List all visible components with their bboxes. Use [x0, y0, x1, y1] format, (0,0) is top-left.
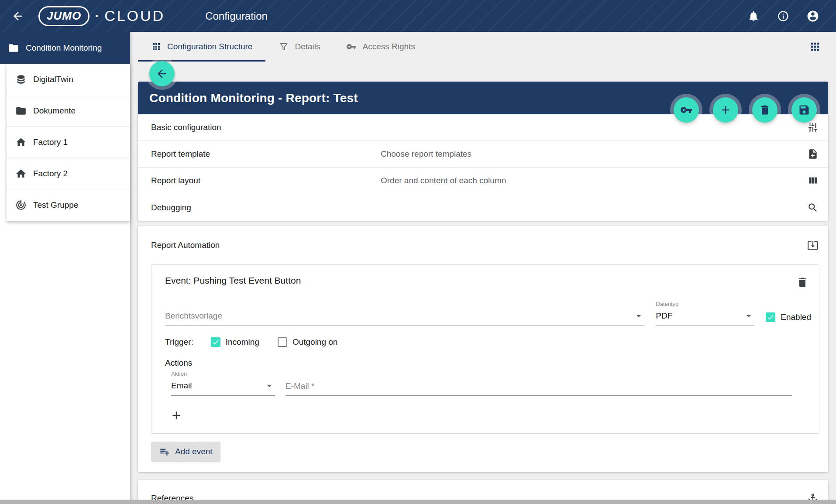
tab-label: Configuration Structure — [167, 42, 252, 51]
event-card: Event: Pushing Test Event Button Bericht… — [151, 264, 819, 434]
config-row-report-template[interactable]: Report template Choose report templates — [138, 141, 828, 168]
actions-heading: Actions — [158, 358, 811, 368]
row-label: Debugging — [151, 203, 381, 213]
sidebar-item-label: Condition Monitoring — [26, 43, 102, 53]
select-value: Email — [171, 381, 192, 391]
checkbox-label: Outgoing on — [292, 337, 338, 347]
delete-event-button[interactable] — [794, 274, 811, 291]
enabled-checkbox[interactable] — [766, 312, 775, 322]
row-label: Report template — [151, 149, 381, 159]
sliders-icon — [807, 122, 819, 133]
brand-separator: · — [95, 9, 99, 24]
action-row: Aktion Email — [158, 370, 811, 396]
info-icon — [777, 10, 789, 22]
target-icon — [15, 199, 27, 211]
add-event-button[interactable]: Add event — [151, 442, 220, 462]
note-add-icon — [807, 148, 819, 160]
sidebar-item-dokumente[interactable]: Dokumente — [7, 95, 130, 127]
arrow-back-icon — [11, 10, 24, 23]
sidebar-item-label: Dokumente — [33, 106, 76, 116]
sidebar-item-factory-1[interactable]: Factory 1 — [7, 127, 130, 158]
grid-icon — [151, 41, 162, 52]
database-icon — [15, 74, 27, 85]
tab-configuration-structure[interactable]: Configuration Structure — [138, 32, 265, 62]
arrow-left-icon — [155, 67, 169, 80]
outgoing-checkbox[interactable] — [278, 337, 287, 347]
sidebar-children: DigitalTwin Dokumente Factory 1 Factory … — [7, 64, 130, 221]
dropdown-arrow-icon — [264, 380, 275, 391]
email-field[interactable] — [286, 379, 792, 396]
datentyp-field: Datentyp PDF — [656, 301, 754, 326]
playlist-add-icon — [159, 446, 170, 457]
sidebar-item-digitaltwin[interactable]: DigitalTwin — [7, 64, 130, 95]
sidebar-item-label: DigitalTwin — [33, 75, 73, 84]
tab-label: Access Rights — [362, 42, 415, 51]
tab-label: Details — [295, 42, 320, 51]
key-icon — [346, 41, 357, 52]
aktion-select[interactable]: Email — [171, 377, 275, 396]
check-icon — [212, 338, 220, 346]
notifications-button[interactable] — [743, 6, 764, 26]
add-event-label: Add event — [175, 447, 213, 456]
tab-access-rights[interactable]: Access Rights — [333, 32, 428, 62]
event-config-row: Berichtsvorlage Datentyp PDF — [158, 301, 811, 326]
main-content: Configuration Structure Details Access R… — [130, 32, 836, 504]
account-button[interactable] — [803, 6, 823, 26]
report-automation-header: Report Automation — [138, 226, 828, 264]
account-icon — [806, 10, 819, 23]
datentyp-select[interactable]: PDF — [656, 308, 754, 326]
sidebar-item-factory-2[interactable]: Factory 2 — [7, 158, 130, 189]
delete-fab-button[interactable] — [752, 97, 778, 123]
row-label: Basic configuration — [151, 123, 381, 132]
header-action-buttons — [674, 97, 817, 123]
config-row-debugging[interactable]: Debugging — [138, 194, 828, 221]
sidebar-item-condition-monitoring[interactable]: Condition Monitoring — [0, 32, 130, 64]
add-action-button[interactable] — [168, 407, 185, 424]
back-fab-button[interactable] — [149, 61, 175, 86]
section-title: Report Automation — [151, 240, 220, 250]
horizontal-scrollbar[interactable] — [0, 500, 836, 504]
outgoing-checkbox-group[interactable]: Outgoing on — [278, 337, 338, 347]
config-row-report-layout[interactable]: Report layout Order and content of each … — [138, 168, 828, 194]
topbar-actions — [743, 6, 823, 26]
row-value: Order and content of each column — [381, 176, 807, 185]
jumo-logo: JUMO — [38, 6, 89, 26]
dropdown-arrow-icon — [633, 310, 644, 322]
tab-bar: Configuration Structure Details Access R… — [130, 32, 836, 62]
trash-icon — [759, 104, 771, 116]
back-button[interactable] — [8, 6, 28, 26]
event-title: Event: Pushing Test Event Button — [165, 274, 301, 286]
main-layout: Condition Monitoring DigitalTwin Dokumen… — [0, 32, 836, 504]
folder-icon — [8, 42, 19, 54]
checkbox-label: Incoming — [226, 337, 259, 347]
sidebar-item-label: Test Gruppe — [33, 200, 79, 210]
cloud-logo: CLOUD — [104, 7, 165, 24]
sidebar-item-label: Factory 1 — [33, 137, 68, 147]
app-title: Configuration — [205, 10, 268, 22]
key-icon — [680, 104, 692, 116]
incoming-checkbox[interactable] — [211, 337, 220, 347]
row-label: Report layout — [151, 176, 381, 185]
sidebar-item-test-gruppe[interactable]: Test Gruppe — [7, 189, 130, 221]
incoming-checkbox-group[interactable]: Incoming — [211, 337, 259, 347]
sidebar-item-label: Factory 2 — [33, 169, 68, 178]
tab-details[interactable]: Details — [265, 32, 333, 62]
grid-icon — [809, 41, 821, 53]
page-header-band: Condition Monitoring - Report: Test — [138, 82, 828, 114]
berichtsvorlage-select[interactable]: Berichtsvorlage — [165, 308, 644, 326]
inbox-download-icon[interactable] — [807, 240, 819, 251]
plus-icon — [170, 409, 183, 422]
enabled-checkbox-group[interactable]: Enabled — [766, 312, 811, 326]
bell-icon — [747, 10, 760, 22]
trigger-label: Trigger: — [165, 337, 193, 347]
view-grid-button[interactable] — [805, 37, 825, 56]
folder-icon — [15, 105, 27, 117]
access-key-fab-button[interactable] — [674, 97, 699, 123]
info-button[interactable] — [773, 6, 793, 26]
trigger-row: Trigger: Incoming Outgoing on — [158, 337, 811, 347]
save-fab-button[interactable] — [791, 97, 817, 123]
home-icon — [15, 168, 27, 179]
columns-icon — [807, 175, 819, 186]
add-fab-button[interactable] — [713, 97, 738, 123]
aktion-field: Aktion Email — [171, 370, 275, 396]
